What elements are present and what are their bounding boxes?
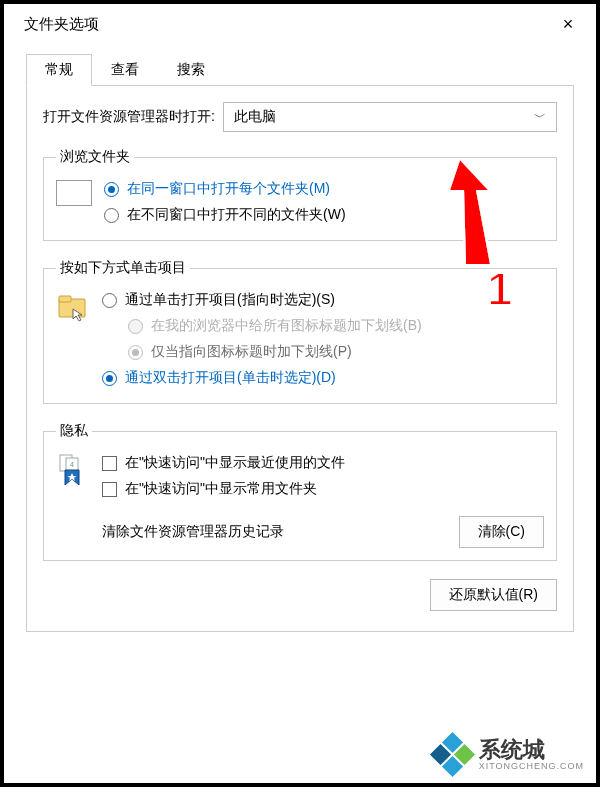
radio-underline-all-label: 在我的浏览器中给所有图标标题加下划线(B) [151, 317, 422, 335]
radio-underline-all: 在我的浏览器中给所有图标标题加下划线(B) [102, 313, 544, 339]
clear-button[interactable]: 清除(C) [459, 516, 544, 548]
quick-access-icon: 4 [56, 452, 90, 486]
folder-click-icon [56, 289, 90, 323]
window-title: 文件夹选项 [24, 15, 99, 34]
open-with-combobox[interactable]: 此电脑 ﹀ [223, 102, 557, 132]
radio-diff-window-label: 在不同窗口中打开不同的文件夹(W) [127, 206, 346, 224]
checkbox-icon [102, 482, 117, 497]
browse-folders-legend: 浏览文件夹 [56, 148, 134, 166]
watermark: 系统城 XITONGCHENG.COM [433, 735, 584, 775]
radio-same-window[interactable]: 在同一窗口中打开每个文件夹(M) [104, 176, 544, 202]
checkbox-frequent-folders-label: 在"快速访问"中显示常用文件夹 [125, 480, 317, 498]
watermark-logo-icon [433, 735, 473, 775]
restore-defaults-button[interactable]: 还原默认值(R) [430, 579, 557, 611]
tab-bar: 常规 查看 搜索 [26, 53, 574, 86]
checkbox-recent-files-label: 在"快速访问"中显示最近使用的文件 [125, 454, 345, 472]
radio-underline-hover-label: 仅当指向图标标题时加下划线(P) [151, 343, 352, 361]
radio-icon [104, 208, 119, 223]
chevron-down-icon: ﹀ [534, 109, 546, 126]
open-with-label: 打开文件资源管理器时打开: [43, 108, 215, 126]
privacy-group: 隐私 4 在"快速访问"中显示最近使用的文件 [43, 422, 557, 561]
radio-single-click[interactable]: 通过单击打开项目(指向时选定)(S) [102, 287, 544, 313]
radio-icon [102, 371, 117, 386]
browse-thumbnail-icon [56, 180, 92, 206]
checkbox-frequent-folders[interactable]: 在"快速访问"中显示常用文件夹 [102, 476, 544, 502]
click-items-legend: 按如下方式单击项目 [56, 259, 190, 277]
clear-history-label: 清除文件资源管理器历史记录 [102, 523, 284, 541]
radio-icon [104, 182, 119, 197]
general-panel: 打开文件资源管理器时打开: 此电脑 ﹀ 浏览文件夹 在同一窗口中打开每个文件夹(… [26, 86, 574, 632]
click-items-group: 按如下方式单击项目 通过单击打开项目(指向时选定)(S) [43, 259, 557, 404]
privacy-legend: 隐私 [56, 422, 92, 440]
checkbox-icon [102, 456, 117, 471]
radio-icon [128, 345, 143, 360]
checkbox-recent-files[interactable]: 在"快速访问"中显示最近使用的文件 [102, 450, 544, 476]
browse-folders-group: 浏览文件夹 在同一窗口中打开每个文件夹(M) 在不同窗口中打开不同的文件夹(W) [43, 148, 557, 241]
open-with-value: 此电脑 [234, 108, 276, 126]
radio-diff-window[interactable]: 在不同窗口中打开不同的文件夹(W) [104, 202, 544, 228]
radio-same-window-label: 在同一窗口中打开每个文件夹(M) [127, 180, 330, 198]
svg-rect-1 [59, 296, 71, 302]
close-button[interactable]: × [556, 14, 580, 35]
watermark-name: 系统城 [479, 739, 584, 761]
radio-double-click-label: 通过双击打开项目(单击时选定)(D) [125, 369, 336, 387]
tab-search[interactable]: 搜索 [158, 54, 224, 86]
radio-icon [128, 319, 143, 334]
svg-text:4: 4 [70, 461, 74, 468]
radio-icon [102, 293, 117, 308]
watermark-url: XITONGCHENG.COM [479, 761, 584, 771]
radio-double-click[interactable]: 通过双击打开项目(单击时选定)(D) [102, 365, 544, 391]
radio-underline-hover: 仅当指向图标标题时加下划线(P) [102, 339, 544, 365]
radio-single-click-label: 通过单击打开项目(指向时选定)(S) [125, 291, 335, 309]
tab-general[interactable]: 常规 [26, 54, 92, 86]
tab-view[interactable]: 查看 [92, 54, 158, 86]
